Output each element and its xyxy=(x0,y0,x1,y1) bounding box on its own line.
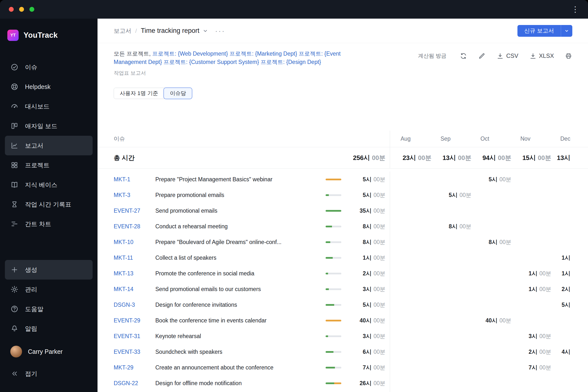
gear-icon xyxy=(10,285,18,294)
sidebar-item-label: 생성 xyxy=(25,266,37,274)
hours-value: 3시 xyxy=(363,333,372,339)
sidebar-item-notifications[interactable]: 알림 xyxy=(5,319,92,338)
new-report-button[interactable]: 신규 보고서 xyxy=(518,25,561,37)
minimize-button[interactable] xyxy=(19,7,24,12)
app-window: ⋮ YT YouTrack 이슈 Helpdesk 대시보드 애자일 보드 xyxy=(0,0,588,392)
sidebar-item-gantt-charts[interactable]: 간트 차트 xyxy=(5,214,92,234)
user-profile[interactable]: Carry Parker xyxy=(5,342,92,362)
edit-icon[interactable] xyxy=(478,52,486,60)
issue-id-link[interactable]: MKT-29 xyxy=(114,364,155,371)
sidebar-item-administration[interactable]: 관리 xyxy=(5,280,92,299)
new-report-dropdown-button[interactable] xyxy=(561,25,572,37)
issue-total-time: 2시00분 xyxy=(349,270,386,277)
minutes-value: 00분 xyxy=(374,208,386,214)
collapse-sidebar-button[interactable]: 접기 xyxy=(5,364,92,384)
worktype-bar-segment xyxy=(326,320,341,322)
minutes-value: 00분 xyxy=(374,333,386,339)
worktype-bar xyxy=(326,336,341,337)
filter-prefix: 모든 프로젝트, xyxy=(114,50,152,57)
issue-id-link[interactable]: MKT-10 xyxy=(114,239,155,246)
worktype-bar-segment xyxy=(326,226,332,227)
issue-id-link[interactable]: MKT-13 xyxy=(114,270,155,277)
issue-id-link[interactable]: MKT-1 xyxy=(114,176,155,183)
issue-summary: Promote the conference in social media xyxy=(155,270,326,277)
minutes-value: 00분 xyxy=(499,176,511,182)
hours-value: 7시 xyxy=(529,364,538,371)
sidebar-item-timesheets[interactable]: 작업 시간 기록표 xyxy=(5,194,92,214)
issue-id-link[interactable]: MKT-11 xyxy=(114,254,155,261)
export-xlsx-button[interactable]: XLSX xyxy=(529,52,554,60)
breadcrumb-root[interactable]: 보고서 xyxy=(114,27,131,35)
worktype-bar-segment xyxy=(326,288,329,290)
close-button[interactable] xyxy=(9,7,14,12)
minutes-value: 00분 xyxy=(539,270,551,276)
minutes-value: 00분 xyxy=(374,176,386,182)
toggle-per-user[interactable]: 사용자 1명 기준 xyxy=(114,88,164,99)
refresh-icon[interactable] xyxy=(460,52,467,60)
worktype-bar xyxy=(326,178,341,180)
month-header-aug: Aug xyxy=(392,136,432,142)
sidebar-item-agile-boards[interactable]: 애자일 보드 xyxy=(5,116,92,136)
create-button[interactable]: 생성 xyxy=(5,260,92,280)
help-icon xyxy=(10,305,18,313)
hours-value: 5시 xyxy=(489,176,498,182)
worktype-bar-segment xyxy=(326,257,333,259)
hours-value: 40시 xyxy=(486,317,498,324)
hours-value: 8시 xyxy=(363,239,372,245)
issue-month-value: 2시00분 xyxy=(511,348,551,356)
issue-id-link[interactable]: EVENT-33 xyxy=(114,349,155,355)
zoom-button[interactable] xyxy=(30,7,34,12)
issue-total-time: 5시00분 xyxy=(349,176,386,183)
sidebar-item-reports[interactable]: 보고서 xyxy=(5,136,92,155)
reports-icon xyxy=(10,141,18,150)
issue-id-link[interactable]: EVENT-29 xyxy=(114,317,155,324)
minutes-value: 00분 xyxy=(374,364,386,371)
issue-summary: Send promotional emails xyxy=(155,208,326,214)
titlebar: ⋮ xyxy=(0,0,588,18)
worktype-bar-segment xyxy=(333,257,341,259)
sidebar-item-issues[interactable]: 이슈 xyxy=(5,57,92,77)
issue-row: MKT-3Prepare promotional emails5시00분5시00… xyxy=(98,187,588,203)
worktype-bar-segment xyxy=(332,226,341,227)
month-header-nov: Nov xyxy=(511,136,551,142)
sidebar-item-help[interactable]: 도움말 xyxy=(5,299,92,319)
issue-id-link[interactable]: DSGN-22 xyxy=(114,380,155,386)
issue-id-link[interactable]: DSGN-3 xyxy=(114,302,155,308)
minutes-value: 00분 xyxy=(538,154,551,162)
issue-total-time: 3시00분 xyxy=(349,286,386,293)
chevron-down-icon[interactable] xyxy=(202,28,208,34)
total-month-value: 13시 xyxy=(551,154,588,162)
issue-summary: Create an announcement about the confere… xyxy=(155,364,326,371)
issue-id-link[interactable]: MKT-14 xyxy=(114,286,155,292)
minutes-value: 00분 xyxy=(499,239,511,245)
hours-value: 2시 xyxy=(363,270,372,276)
hours-value: 1시 xyxy=(562,254,570,261)
issue-id-link[interactable]: EVENT-28 xyxy=(114,223,155,230)
print-icon[interactable] xyxy=(565,52,572,60)
sidebar-item-knowledge-base[interactable]: 지식 베이스 xyxy=(5,175,92,194)
issue-id-link[interactable]: MKT-3 xyxy=(114,192,155,198)
issue-summary: Prepare "Project Management Basics" webi… xyxy=(155,176,326,183)
worktype-bar xyxy=(326,351,341,353)
app-logo[interactable]: YT YouTrack xyxy=(7,28,98,43)
download-icon xyxy=(496,52,504,60)
grand-total-time: 256시00분 xyxy=(349,154,386,162)
hours-value: 4시 xyxy=(562,349,570,355)
page-title[interactable]: Time tracking report xyxy=(141,27,200,34)
worktype-bar-segment xyxy=(326,367,335,368)
more-options-icon[interactable]: ··· xyxy=(215,27,226,35)
worktype-bar xyxy=(326,367,341,368)
check-circle-icon xyxy=(10,63,18,71)
issue-id-link[interactable]: EVENT-31 xyxy=(114,333,155,340)
window-menu-icon[interactable]: ⋮ xyxy=(571,6,579,13)
hours-value: 3시 xyxy=(529,333,538,339)
helpdesk-icon xyxy=(10,82,18,91)
issue-id-link[interactable]: EVENT-27 xyxy=(114,208,155,214)
export-csv-button[interactable]: CSV xyxy=(496,52,518,60)
sidebar-item-helpdesk[interactable]: Helpdesk xyxy=(5,77,92,96)
issue-summary: Collect a list of speakers xyxy=(155,254,326,261)
sidebar-item-projects[interactable]: 프로젝트 xyxy=(5,155,92,175)
toggle-per-issue[interactable]: 이슈당 xyxy=(164,88,192,99)
total-label: 총 시간 xyxy=(114,154,349,162)
sidebar-item-dashboards[interactable]: 대시보드 xyxy=(5,96,92,116)
